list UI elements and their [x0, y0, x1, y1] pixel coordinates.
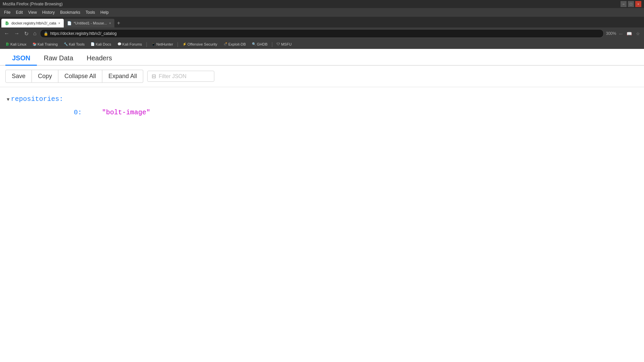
item-0-row: 0: "bolt-image" [7, 106, 637, 119]
nav-bar: ← → ↻ ⌂ 🔒 https://docker.registry.htb/v2… [0, 27, 644, 40]
back-button[interactable]: ← [3, 30, 11, 37]
menu-edit[interactable]: Edit [13, 9, 25, 15]
tab-bar: 🐉 docker.registry.htb/v2/_cata × 📄 *Unti… [0, 17, 644, 27]
json-content: ▼ repositories: 0: "bolt-image" [0, 87, 644, 125]
kali-forums-icon: 💬 [117, 42, 121, 46]
tab-favicon: 🐉 [5, 21, 9, 25]
title-bar-text: Mozilla Firefox (Private Browsing) [3, 2, 621, 6]
item-0-index: 0: [74, 106, 82, 119]
bookmark-nethunter[interactable]: 📱 NetHunter [149, 42, 176, 47]
kali-docs-icon: 📄 [91, 42, 95, 46]
copy-button[interactable]: Copy [32, 70, 58, 83]
repositories-key: repositories: [11, 93, 63, 106]
forward-button[interactable]: → [13, 30, 21, 37]
bookmark-msfu-label: MSFU [281, 42, 291, 46]
nethunter-icon: 📱 [151, 42, 155, 46]
bookmark-separator-2: | [176, 42, 179, 47]
bookmark-kali-forums[interactable]: 💬 Kali Forums [115, 42, 145, 47]
minimize-button[interactable]: − [621, 1, 627, 7]
tab-close-button[interactable]: × [58, 21, 60, 25]
expand-all-button[interactable]: Expand All [102, 70, 143, 83]
tab-active[interactable]: 🐉 docker.registry.htb/v2/_cata × [1, 19, 64, 27]
new-tab-button[interactable]: + [114, 19, 123, 27]
menu-bookmarks[interactable]: Bookmarks [57, 9, 83, 15]
filter-area[interactable]: ⊟ Filter JSON [147, 71, 214, 82]
bookmark-separator-3: | [271, 42, 274, 47]
repositories-row: ▼ repositories: [7, 93, 637, 106]
close-button[interactable]: × [635, 1, 641, 7]
save-button[interactable]: Save [5, 70, 32, 83]
tab-json[interactable]: JSON [5, 52, 37, 66]
bookmark-kali-forums-label: Kali Forums [122, 42, 142, 46]
bookmark-kali-linux[interactable]: 🐉 Kali Linux [3, 42, 29, 47]
bookmark-msfu[interactable]: 🛡 MSFU [274, 42, 294, 47]
bookmark-star-button[interactable]: ☆ [635, 31, 641, 37]
nav-actions: 300% ··· 📖 ☆ [606, 31, 641, 37]
offensive-security-icon: ⚡ [182, 42, 186, 46]
json-toolbar: Save Copy Collapse All Expand All ⊟ Filt… [0, 66, 644, 87]
bookmark-ghdb-label: GHDB [257, 42, 268, 46]
tab-raw-data[interactable]: Raw Data [37, 52, 80, 66]
bookmark-ghdb[interactable]: 🔍 GHDB [249, 42, 270, 47]
filter-placeholder: Filter JSON [159, 73, 186, 79]
collapse-all-button[interactable]: Collapse All [58, 70, 102, 83]
menu-history[interactable]: History [40, 9, 57, 15]
menu-file[interactable]: File [1, 9, 13, 15]
ghdb-icon: 🔍 [252, 42, 256, 46]
bookmark-kali-docs-label: Kali Docs [96, 42, 111, 46]
bookmarks-bar: 🐉 Kali Linux 📚 Kali Training 🔧 Kali Tool… [0, 40, 644, 49]
zoom-level: 300% [606, 31, 616, 36]
msfu-icon: 🛡 [277, 42, 280, 46]
address-bar[interactable]: 🔒 https://docker.registry.htb/v2/_catalo… [40, 29, 604, 38]
tab-favicon-2: 📄 [67, 21, 72, 25]
bookmark-kali-training-label: Kali Training [38, 42, 58, 46]
bookmark-nethunter-label: NetHunter [156, 42, 173, 46]
item-0-value: "bolt-image" [102, 106, 150, 119]
content-area: JSON Raw Data Headers Save Copy Collapse… [0, 49, 644, 362]
tab-untitled[interactable]: 📄 *Untitled1 - Mouse... × [64, 19, 115, 27]
collapse-repositories-button[interactable]: ▼ [7, 95, 9, 104]
menu-bar: File Edit View History Bookmarks Tools H… [0, 8, 644, 17]
bookmark-exploit-db[interactable]: 💣 Exploit-DB [221, 42, 249, 47]
tab-close-button-2[interactable]: × [109, 21, 111, 25]
reload-button[interactable]: ↻ [23, 30, 30, 38]
bookmark-separator: | [145, 42, 148, 47]
tab-label: docker.registry.htb/v2/_cata [11, 21, 56, 25]
address-text: https://docker.registry.htb/v2/_catalog [50, 31, 600, 36]
json-viewer-tabs: JSON Raw Data Headers [0, 49, 644, 66]
menu-tools[interactable]: Tools [83, 9, 98, 15]
maximize-button[interactable]: □ [628, 1, 634, 7]
bookmark-kali-tools-label: Kali Tools [69, 42, 85, 46]
kali-training-icon: 📚 [33, 42, 37, 46]
bookmark-exploit-db-label: Exploit-DB [228, 42, 246, 46]
filter-icon: ⊟ [152, 73, 156, 79]
tab-label-2: *Untitled1 - Mouse... [74, 21, 107, 25]
kali-tools-icon: 🔧 [64, 42, 68, 46]
bookmark-kali-docs[interactable]: 📄 Kali Docs [88, 42, 114, 47]
bookmark-offensive-security[interactable]: ⚡ Offensive Security [180, 42, 220, 47]
kali-linux-icon: 🐉 [5, 42, 9, 46]
tab-headers[interactable]: Headers [80, 52, 119, 66]
exploit-db-icon: 💣 [223, 42, 227, 46]
menu-help[interactable]: Help [98, 9, 111, 15]
more-button[interactable]: ··· [618, 31, 624, 37]
home-button[interactable]: ⌂ [32, 30, 38, 37]
reading-view-button[interactable]: 📖 [625, 31, 633, 37]
menu-view[interactable]: View [25, 9, 40, 15]
bookmark-offensive-security-label: Offensive Security [187, 42, 217, 46]
title-bar-controls: − □ × [621, 1, 641, 7]
title-bar: Mozilla Firefox (Private Browsing) − □ × [0, 0, 644, 8]
bookmark-kali-training[interactable]: 📚 Kali Training [30, 42, 61, 47]
bookmark-kali-tools[interactable]: 🔧 Kali Tools [61, 42, 87, 47]
bookmark-kali-linux-label: Kali Linux [10, 42, 26, 46]
lock-icon: 🔒 [44, 32, 48, 36]
